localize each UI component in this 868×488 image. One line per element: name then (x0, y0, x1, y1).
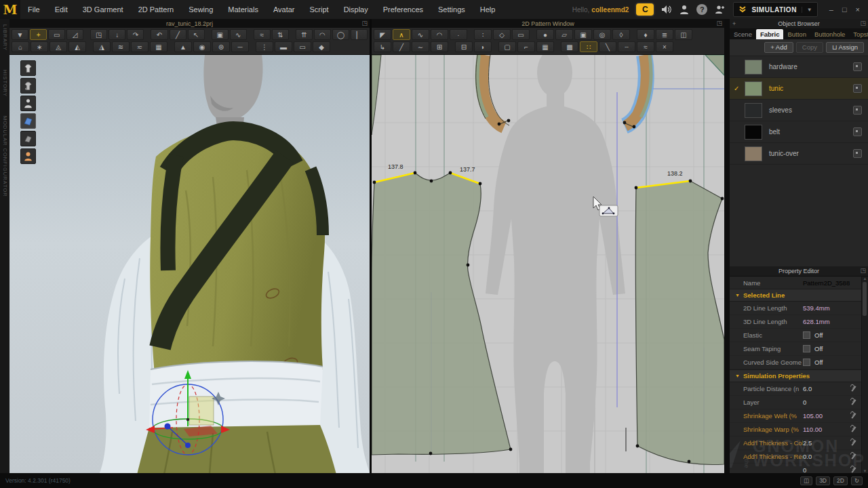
tool-basting[interactable]: ┄ (618, 41, 635, 52)
split-view-button[interactable]: ◫ (800, 476, 812, 485)
tool-circle[interactable]: ● (536, 29, 554, 40)
tool-internal-dart[interactable]: ♦ (637, 29, 654, 40)
add-panel-icon[interactable]: + (732, 20, 736, 27)
scrollbar[interactable]: ▲ ▼ (861, 277, 868, 473)
sync-button[interactable]: ↻ (851, 476, 863, 485)
show-avatar-icon[interactable] (20, 96, 36, 111)
3d-view-button[interactable]: 3D (816, 476, 830, 485)
tool-trace[interactable]: ↳ (374, 41, 391, 52)
property-editor-header[interactable]: Property Editor ◳ (730, 266, 868, 277)
tool-refold[interactable]: ⇈ (296, 29, 313, 40)
tool-pin-fold[interactable]: ↷ (127, 29, 144, 40)
tab-scene[interactable]: Scene (730, 29, 756, 39)
popout-icon[interactable]: ◳ (716, 19, 722, 28)
property-value[interactable]: 0 (803, 466, 806, 473)
fabric-swatch[interactable] (745, 60, 762, 75)
tool-button[interactable]: ◉ (193, 41, 211, 52)
tool-tape-length[interactable]: ▏ (351, 29, 368, 40)
chevron-down-icon[interactable]: ▼ (802, 7, 812, 13)
menu-sewing[interactable]: Sewing (181, 0, 220, 19)
tool-seam-wave[interactable]: ∼ (412, 41, 429, 52)
tool-buttonhole[interactable]: ⊜ (212, 41, 230, 52)
tool-arrangement-points[interactable]: ∗ (31, 41, 48, 52)
property-value[interactable]: 110.00 (803, 426, 822, 433)
show-avatar-skin-icon[interactable] (20, 148, 36, 164)
close-button[interactable]: × (856, 0, 860, 19)
tool-x-ray-joints[interactable]: ◬ (50, 41, 67, 52)
tool-fitting-garment[interactable]: ◆ (313, 41, 330, 52)
property-value[interactable]: 0 (803, 399, 806, 406)
tool-clone-mirror[interactable]: ⊟ (455, 41, 473, 52)
tab-fabric[interactable]: Fabric (756, 29, 784, 39)
collapse-icon[interactable]: ▼ (735, 293, 740, 298)
tool-bend-arrangement[interactable]: ≈ (254, 29, 271, 40)
tool-pleats-fold[interactable]: ◫ (675, 29, 692, 40)
tool-clone-layer[interactable]: ⊞ (431, 41, 448, 52)
simulation-mode-select[interactable]: SIMULATION ▼ (733, 2, 817, 17)
tool-tape-circumference[interactable]: ◯ (332, 29, 349, 40)
copy-button[interactable]: Copy (796, 42, 823, 53)
popout-icon[interactable]: ◳ (860, 19, 866, 28)
2d-canvas[interactable]: 137.8137.7138.2 (372, 55, 724, 473)
tool-unpin[interactable]: ↶ (151, 29, 167, 40)
tunic-skirt[interactable] (137, 425, 336, 473)
tool-edit-seam[interactable]: ╲ (599, 41, 616, 52)
scrollbar-thumb[interactable] (863, 282, 867, 316)
clo-brand-icon[interactable]: C (636, 3, 654, 16)
tool-fit-map[interactable]: ◮ (93, 41, 111, 52)
tool-avatar-display[interactable]: ⌂ (12, 41, 29, 52)
tool-sewing-segment[interactable]: ╱ (170, 29, 186, 40)
2d-view-button[interactable]: 2D (833, 476, 848, 485)
tool-sewing-machine[interactable]: ⌐ (517, 41, 535, 52)
menu-display[interactable]: Display (336, 0, 376, 19)
fabric-row-belt[interactable]: belt (730, 121, 868, 143)
object-browser-header[interactable]: + Object Browser ◳ (730, 19, 868, 29)
menu-materials[interactable]: Materials (220, 0, 266, 19)
tool-move-pattern[interactable]: ∷ (580, 41, 597, 52)
fabric-row-hardware[interactable]: hardware (730, 56, 868, 78)
tool-sewing-detail[interactable]: ▣ (212, 29, 229, 40)
tool-show-garment[interactable]: ▢ (498, 41, 516, 52)
wrench-icon[interactable] (850, 466, 857, 473)
menu-script[interactable]: Script (302, 0, 336, 19)
tool-edit-pattern[interactable]: ∧ (393, 29, 410, 40)
popout-icon[interactable]: ◳ (860, 266, 866, 275)
property-value[interactable]: Off (814, 345, 823, 352)
popout-icon[interactable]: ◳ (361, 19, 368, 28)
speaker-icon[interactable] (661, 5, 672, 14)
tool-stitch-free[interactable]: ▭ (294, 41, 311, 52)
wrench-icon[interactable] (850, 412, 857, 420)
assign-button[interactable]: ⊔ Assign (826, 42, 864, 53)
menu-settings[interactable]: Settings (431, 0, 473, 19)
add-button[interactable]: + Add (764, 42, 793, 53)
tab-buttonhole[interactable]: Buttonhole (810, 29, 849, 39)
tool-seam-edit[interactable]: ╱ (393, 41, 410, 52)
minimize-button[interactable]: – (829, 0, 833, 19)
property-value[interactable]: 2.5 (803, 439, 812, 447)
tool-sewing-free[interactable]: ↖ (188, 29, 205, 40)
tool-select-box[interactable]: ▭ (48, 29, 65, 40)
tool-quad-mesh[interactable]: ▦ (150, 41, 167, 52)
tab-topstitch[interactable]: Topstitch (849, 29, 868, 39)
project-tab[interactable]: rav_tunic_18.2prj ◳ (9, 19, 370, 28)
section-selected-line[interactable]: ▼Selected Line (730, 289, 861, 302)
fabric-badge-icon[interactable] (853, 149, 862, 158)
property-value[interactable]: 0.0 (803, 453, 812, 460)
tool-zipper[interactable]: ⋮ (256, 41, 273, 52)
avatar-add-icon[interactable] (715, 5, 726, 14)
tool-cut-and-sew[interactable]: × (656, 41, 673, 52)
fabric-row-tunic-over[interactable]: tunic-over (730, 143, 868, 165)
tool-dart[interactable]: ◊ (612, 29, 630, 40)
rail-tab-modular-configurator[interactable]: MODULAR CONFIGURATOR (2, 116, 8, 197)
tool-simulate[interactable]: ▼ (12, 29, 28, 40)
checkbox[interactable] (803, 345, 810, 352)
menu-2d-pattern[interactable]: 2D Pattern (131, 0, 182, 19)
pattern-piece-back[interactable] (635, 180, 724, 465)
tool-edit-curve-point[interactable]: ◠ (431, 29, 448, 40)
property-value[interactable]: 105.00 (803, 412, 823, 420)
menu-edit[interactable]: Edit (47, 0, 75, 19)
2d-window-tab[interactable]: 2D Pattern Window ◳ (372, 19, 724, 28)
section-simulation-properties[interactable]: ▼Simulation Properties (730, 369, 861, 382)
wrench-icon[interactable] (850, 399, 857, 406)
help-icon[interactable]: ? (696, 4, 707, 15)
